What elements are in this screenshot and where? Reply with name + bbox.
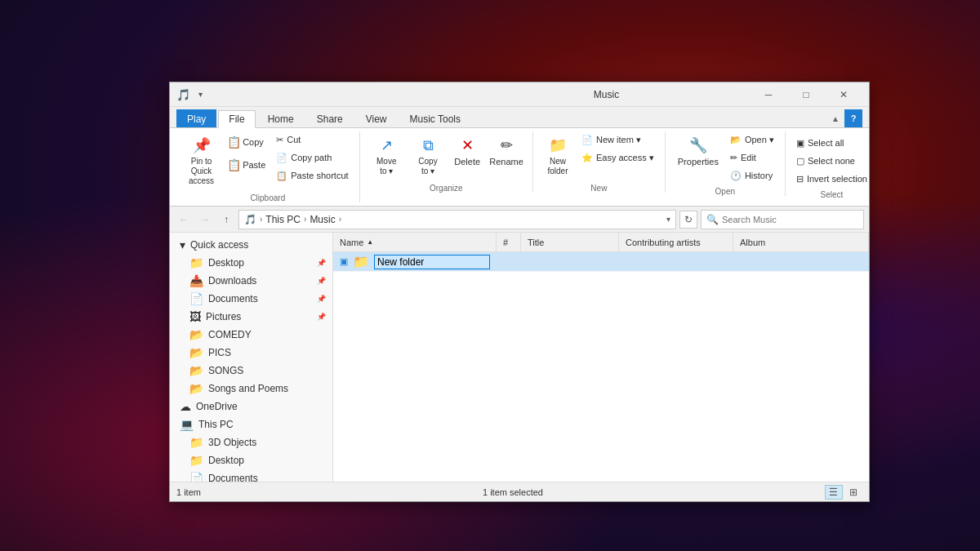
- col-header-title[interactable]: Title: [521, 233, 619, 251]
- tab-share[interactable]: Share: [306, 109, 354, 127]
- tab-home[interactable]: Home: [257, 109, 305, 127]
- sidebar-item-this-pc[interactable]: 💻 This PC: [170, 415, 332, 433]
- up-button[interactable]: ↑: [217, 211, 235, 229]
- table-row[interactable]: ▣ 📁: [333, 252, 869, 272]
- checkbox-icon: ▣: [340, 256, 348, 267]
- file-num-cell: [497, 254, 521, 269]
- paste-button[interactable]: 📋 Paste: [221, 154, 270, 176]
- select-none-label: Select none: [808, 156, 855, 166]
- new-folder-button[interactable]: 📁 New folder: [540, 131, 576, 180]
- sidebar-item-pics[interactable]: 📂 PICS: [170, 344, 332, 362]
- path-music[interactable]: Music: [310, 214, 335, 225]
- sidebar-item-desktop[interactable]: 📁 Desktop: [170, 451, 332, 469]
- forward-button[interactable]: →: [196, 211, 214, 229]
- copy-button[interactable]: 📋 Copy: [221, 131, 270, 153]
- explorer-window: 🎵 ▾ Music ─ □ ✕ Play File Home Share Vie…: [169, 82, 870, 502]
- rename-button[interactable]: ✏ Rename: [487, 131, 526, 171]
- cut-button[interactable]: ✂ Cut: [272, 131, 352, 148]
- rename-input[interactable]: [374, 255, 490, 269]
- col-header-album[interactable]: Album: [733, 233, 869, 251]
- quick-save-btn[interactable]: ▾: [194, 88, 207, 101]
- invert-selection-button[interactable]: ⊟ Invert selection: [792, 171, 871, 187]
- copy-to-label: Copy to ▾: [414, 157, 442, 176]
- tab-play[interactable]: Play: [176, 109, 216, 127]
- sidebar-item-documents-pinned[interactable]: 📄 Documents 📌: [170, 290, 332, 308]
- songs-icon: 📂: [189, 364, 203, 377]
- sidebar-item-pictures-pinned[interactable]: 🖼 Pictures 📌: [170, 308, 332, 326]
- history-label: History: [745, 171, 773, 180]
- file-artists-cell: [619, 254, 733, 269]
- col-header-num[interactable]: #: [497, 233, 521, 251]
- edit-button[interactable]: ✏ Edit: [726, 149, 778, 166]
- address-dropdown-btn[interactable]: ▾: [666, 215, 670, 224]
- downloads-label: Downloads: [208, 275, 256, 287]
- comedy-icon: 📂: [189, 328, 203, 341]
- select-all-label: Select all: [808, 138, 844, 148]
- sidebar-item-desktop-pinned[interactable]: 📁 Desktop 📌: [170, 254, 332, 272]
- close-button[interactable]: ✕: [825, 82, 862, 107]
- sidebar-item-comedy[interactable]: 📂 COMEDY: [170, 326, 332, 344]
- search-input[interactable]: [722, 215, 858, 224]
- clipboard-buttons: 📌 Pin to Quick access 📋 Copy 📋 Paste: [183, 131, 353, 190]
- refresh-button[interactable]: ↻: [679, 211, 697, 229]
- move-icon: ↗: [376, 136, 396, 155]
- sidebar: ▾ Quick access 📁 Desktop 📌 📥 Downloads 📌…: [170, 233, 333, 482]
- sidebar-item-downloads-pinned[interactable]: 📥 Downloads 📌: [170, 272, 332, 290]
- sidebar-item-3d-objects[interactable]: 📁 3D Objects: [170, 433, 332, 451]
- large-view-button[interactable]: ⊞: [844, 485, 862, 500]
- tab-music-tools[interactable]: Music Tools: [399, 109, 471, 127]
- sidebar-item-documents[interactable]: 📄 Documents: [170, 469, 332, 482]
- path-this-pc[interactable]: This PC: [265, 214, 301, 225]
- maximize-button[interactable]: □: [787, 82, 825, 107]
- properties-button[interactable]: 🔧 Properties: [672, 131, 724, 171]
- col-name-label: Name: [340, 238, 363, 247]
- details-view-button[interactable]: ☰: [825, 485, 843, 500]
- open-button[interactable]: 📂 Open ▾: [726, 131, 778, 148]
- search-icon: 🔍: [706, 214, 719, 225]
- ribbon-group-clipboard: 📌 Pin to Quick access 📋 Copy 📋 Paste: [176, 131, 360, 202]
- properties-icon: 🔧: [688, 136, 708, 155]
- desktop-label: Desktop: [208, 257, 244, 269]
- history-button[interactable]: 🕐 History: [726, 167, 778, 184]
- copy-to-button[interactable]: ⧉ Copy to ▾: [408, 131, 448, 180]
- col-header-name[interactable]: Name ▲: [333, 233, 497, 251]
- documents-icon: 📄: [189, 292, 203, 305]
- delete-button[interactable]: ✕ Delete: [449, 131, 485, 171]
- sidebar-item-songs-and-poems[interactable]: 📂 Songs and Poems: [170, 380, 332, 398]
- back-button[interactable]: ←: [175, 211, 193, 229]
- tab-view[interactable]: View: [355, 109, 398, 127]
- copy-icon: 📋: [226, 135, 241, 149]
- open-icon: 📂: [730, 135, 742, 145]
- move-to-button[interactable]: ↗ Move to ▾: [367, 131, 407, 180]
- paste-label: Paste: [243, 160, 265, 170]
- history-icon: 🕐: [730, 171, 742, 181]
- edit-label: Edit: [741, 153, 756, 162]
- new-item-button[interactable]: 📄 New item ▾: [577, 131, 658, 148]
- copy-path-button[interactable]: 📄 Copy path: [272, 149, 352, 166]
- select-all-button[interactable]: ▣ Select all: [792, 135, 871, 151]
- paste-shortcut-icon: 📋: [276, 171, 287, 181]
- path-sep3: ›: [339, 215, 341, 224]
- address-path[interactable]: 🎵 › This PC › Music › ▾: [238, 210, 676, 229]
- sidebar-item-onedrive[interactable]: ☁ OneDrive: [170, 398, 332, 415]
- sidebar-item-songs[interactable]: 📂 SONGS: [170, 362, 332, 380]
- help-button[interactable]: ?: [844, 109, 862, 127]
- select-all-icon: ▣: [796, 138, 804, 149]
- col-artists-label: Contributing artists: [626, 238, 701, 247]
- this-pc-label: This PC: [198, 419, 234, 430]
- col-header-artists[interactable]: Contributing artists: [619, 233, 733, 251]
- title-bar: 🎵 ▾ Music ─ □ ✕: [170, 82, 869, 107]
- pics-label: PICS: [208, 347, 231, 358]
- collapse-ribbon-button[interactable]: ▲: [826, 109, 844, 127]
- select-none-button[interactable]: ▢ Select none: [792, 153, 871, 169]
- easy-access-button[interactable]: ⭐ Easy access ▾: [577, 149, 658, 166]
- pics-icon: 📂: [189, 346, 203, 359]
- sidebar-item-quick-access[interactable]: ▾ Quick access: [170, 236, 332, 254]
- new-folder-icon: 📁: [548, 136, 568, 155]
- pictures-icon: 🖼: [189, 310, 201, 323]
- tab-file[interactable]: File: [218, 110, 255, 128]
- paste-shortcut-button[interactable]: 📋 Paste shortcut: [272, 167, 352, 184]
- new-buttons: 📁 New folder 📄 New item ▾ ⭐ Easy access …: [540, 131, 658, 180]
- pin-to-quick-access-button[interactable]: 📌 Pin to Quick access: [183, 131, 220, 190]
- minimize-button[interactable]: ─: [750, 82, 787, 107]
